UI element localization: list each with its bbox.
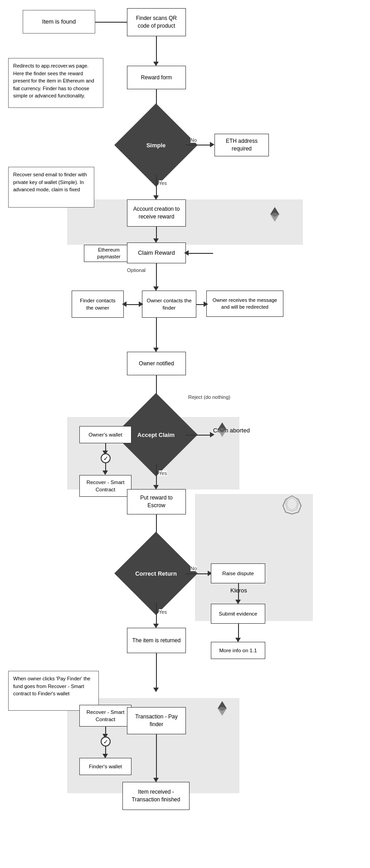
simple-diamond-wrap: Simple <box>127 116 185 175</box>
arrowhead-returned-down <box>153 688 159 692</box>
check-circle-2: ✓ <box>101 737 111 747</box>
flowchart: Item is found Finder scans QR code of pr… <box>0 0 370 868</box>
check-circle-1: ✓ <box>101 453 111 463</box>
put-reward-box: Put reward to Escrow <box>127 489 186 514</box>
owner-contacts-box: Owner contacts the finder <box>142 291 196 318</box>
finders-wallet-box: Finder's wallet <box>79 758 131 775</box>
yes-label-2: Yes <box>159 470 167 476</box>
arrow-no-return <box>185 573 210 574</box>
reward-form-box: Reward form <box>127 66 186 89</box>
arrowhead-check-down <box>102 470 108 475</box>
redirects-note: Redirects to app.recover.ws page. Here t… <box>8 58 103 108</box>
yes-label-1: Yes <box>159 180 167 186</box>
recover-smart-1-box: Recover - Smart Contract <box>79 475 131 497</box>
owner-notified-box: Owner notified <box>127 352 186 375</box>
arrow-simple-no <box>185 145 213 145</box>
no-label-2: No <box>190 566 197 571</box>
arrow-reject <box>185 435 213 436</box>
optional-label: Optional <box>127 267 146 273</box>
arrow-return-yes <box>156 603 157 626</box>
finder-scans-box: Finder scans QR code of product <box>127 8 186 36</box>
bidir-arrowhead-right <box>139 301 143 307</box>
transaction-pay-box: Transaction - Pay finder <box>127 707 186 734</box>
arrowhead-owner-receives <box>204 301 208 307</box>
arrow-eth-to-claim <box>186 253 213 254</box>
recover-email-note: Recover send email to finder with privat… <box>8 167 94 208</box>
no-label-1: No <box>190 137 197 143</box>
finder-contacts-box: Finder contacts the owner <box>72 291 124 318</box>
raise-dispute-box: Raise dispute <box>211 563 265 583</box>
accept-claim-diamond-wrap: Accept Claim <box>127 405 185 464</box>
owner-receives-box: Owner receives the message and will be r… <box>206 291 283 317</box>
item-found-note: Item is found <box>23 10 95 34</box>
arrowhead-eth-to-claim <box>184 250 189 256</box>
reject-label: Reject (do nothing) <box>188 394 230 400</box>
svg-marker-8 <box>287 498 297 510</box>
arrow-accept-yes <box>156 464 157 487</box>
bidir-arrowhead-left <box>122 301 127 307</box>
arrow-simple-yes <box>156 175 157 197</box>
kleros-icon <box>281 494 303 517</box>
claim-reward-box: Claim Reward <box>127 242 186 263</box>
item-returned-box: The item is returned <box>127 628 186 653</box>
arrow-dispute-down <box>238 583 239 601</box>
correct-return-diamond-wrap: Correct Return <box>127 544 185 603</box>
eth-address-box: ETH address required <box>214 134 269 156</box>
arrow-claim-down <box>156 263 157 288</box>
yes-label-3: Yes <box>159 609 167 615</box>
arrow-scan-down <box>156 36 157 63</box>
arrow-returned-down <box>156 653 157 689</box>
ethereum-paymaster-box: Ethereum paymaster <box>84 245 134 262</box>
arrow-pay-down <box>156 734 157 780</box>
more-info-box: More info on 1.1 <box>211 642 265 659</box>
arrow-evidence-down <box>238 624 239 640</box>
arrow-contacts-down <box>156 318 157 349</box>
recover-smart-2-box: Recover - Smart Contract <box>79 705 131 727</box>
owners-wallet-box: Owner's wallet <box>79 426 131 443</box>
submit-evidence-box: Submit evidence <box>211 604 265 624</box>
eth-icon-1 <box>267 206 283 226</box>
eth-icon-2 <box>214 422 230 441</box>
account-creation-box: Account creation to receive reward <box>127 199 186 227</box>
eth-icon-3 <box>214 700 230 720</box>
arrowhead-simple-no <box>210 142 214 147</box>
item-received-box: Item received - Transaction finished <box>122 782 190 810</box>
